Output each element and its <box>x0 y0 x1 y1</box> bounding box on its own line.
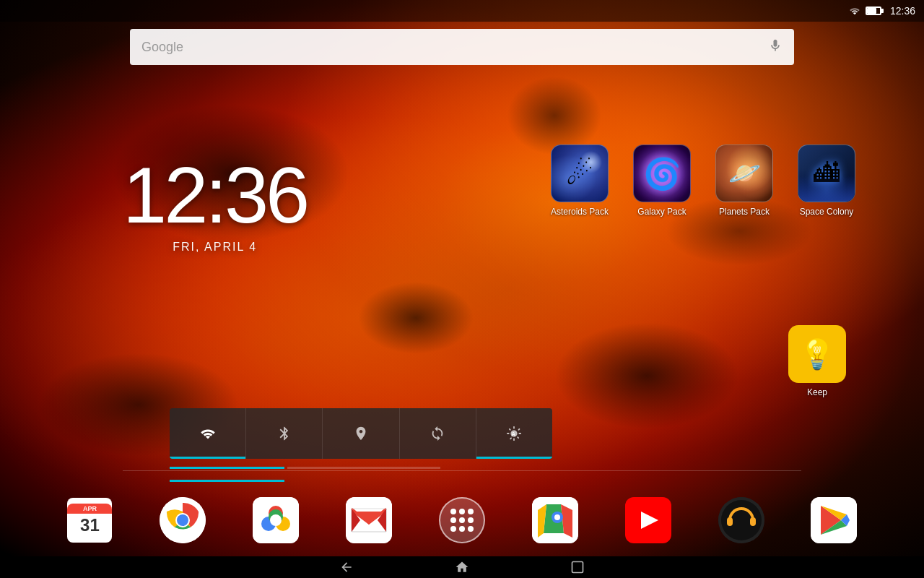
recents-icon <box>570 560 585 574</box>
keep-icon-image: 💡 <box>788 325 846 383</box>
qs-brightness-icon: A <box>506 426 522 441</box>
maps-svg <box>532 497 578 543</box>
keep-bulb-icon: 💡 <box>799 337 835 371</box>
drawer-dots-grid <box>450 509 474 532</box>
search-bar[interactable]: Google <box>130 29 794 65</box>
playstore-svg <box>811 497 857 543</box>
status-bar: 12:36 <box>0 0 924 22</box>
quick-settings-panel: A <box>170 408 552 459</box>
clock-time: 12:36 <box>123 155 307 235</box>
qs-sync-icon <box>430 426 445 441</box>
qs-bluetooth-button[interactable] <box>246 408 323 459</box>
gmail-svg <box>346 497 392 543</box>
galaxy-pack-label: Galaxy Pack <box>637 207 686 217</box>
home-button[interactable] <box>455 560 469 574</box>
youtube-icon <box>625 497 671 543</box>
wifi-status-icon <box>848 6 861 16</box>
space-colony-icon: 🏙 <box>798 144 855 202</box>
poweramp-svg <box>718 497 764 543</box>
playstore-icon <box>811 497 857 543</box>
qs-location-icon <box>353 426 369 441</box>
brightness-slider-right <box>170 480 284 482</box>
qs-brightness-button[interactable]: A <box>476 408 552 459</box>
back-button[interactable] <box>339 560 354 574</box>
app-icon-galaxy-pack[interactable]: 🌀 Galaxy Pack <box>629 144 694 217</box>
poweramp-icon <box>718 497 764 543</box>
calendar-icon: APR 31 <box>67 498 112 543</box>
planets-pack-icon: 🪐 <box>715 144 773 202</box>
calendar-month: APR <box>67 504 112 514</box>
qs-sync-button[interactable] <box>400 408 476 459</box>
svg-point-3 <box>177 514 188 526</box>
svg-rect-23 <box>750 517 756 526</box>
app-icon-planets-pack[interactable]: 🪐 Planets Pack <box>712 144 777 217</box>
status-icons: 12:36 <box>848 5 915 17</box>
mic-icon[interactable] <box>768 38 783 56</box>
app-icon-space-colony[interactable]: 🏙 Space Colony <box>794 144 859 217</box>
youtube-play-icon <box>641 512 658 529</box>
keep-label: Keep <box>807 387 827 397</box>
dock-photos[interactable] <box>247 497 305 543</box>
asteroids-pack-label: Asteroids Pack <box>551 207 609 217</box>
qs-location-button[interactable] <box>323 408 399 459</box>
dock-maps[interactable] <box>526 497 584 543</box>
gmail-icon <box>346 497 392 543</box>
app-icon-asteroids-pack[interactable]: ☄ Asteroids Pack <box>547 144 612 217</box>
battery-icon <box>866 7 881 15</box>
svg-point-19 <box>554 514 560 520</box>
asteroids-pack-icon: ☄ <box>551 144 609 202</box>
keep-app-icon[interactable]: 💡 Keep <box>788 325 846 397</box>
brightness-slider-mid <box>287 467 440 469</box>
space-colony-label: Space Colony <box>800 207 854 217</box>
nav-bar <box>0 556 924 578</box>
clock-display: 12:36 FRI, APRIL 4 <box>123 155 307 254</box>
search-placeholder: Google <box>141 40 768 55</box>
chrome-icon <box>160 497 206 543</box>
svg-point-9 <box>270 514 282 526</box>
maps-icon <box>532 497 578 543</box>
chrome-svg <box>160 497 206 543</box>
app-drawer-icon <box>439 497 485 543</box>
recents-button[interactable] <box>570 560 585 574</box>
dock-chrome[interactable] <box>154 497 212 543</box>
dock-app-drawer[interactable] <box>433 497 491 543</box>
qs-wifi-icon <box>199 426 217 441</box>
qs-wifi-button[interactable] <box>170 408 246 459</box>
clock-date: FRI, APRIL 4 <box>123 241 307 254</box>
dock: APR 31 <box>0 484 924 556</box>
dock-gmail[interactable] <box>340 497 398 543</box>
home-icon <box>455 560 469 574</box>
qs-bluetooth-icon <box>276 426 292 441</box>
galaxy-pack-icon: 🌀 <box>633 144 691 202</box>
dock-youtube[interactable] <box>619 497 677 543</box>
svg-text:A: A <box>512 431 516 438</box>
dock-poweramp[interactable] <box>712 497 770 543</box>
photos-icon <box>253 497 299 543</box>
planets-pack-label: Planets Pack <box>719 207 770 217</box>
photos-svg <box>253 497 299 543</box>
status-time: 12:36 <box>890 5 915 17</box>
dock-calendar[interactable]: APR 31 <box>61 498 118 543</box>
calendar-date: 31 <box>80 514 100 537</box>
app-grid: ☄ Asteroids Pack 🌀 Galaxy Pack 🪐 Planets… <box>547 144 859 217</box>
brightness-slider-track <box>170 459 552 461</box>
svg-rect-25 <box>572 562 583 573</box>
svg-rect-22 <box>727 517 733 526</box>
back-icon <box>339 560 354 574</box>
brightness-slider-left <box>170 467 284 469</box>
dock-playstore[interactable] <box>805 497 863 543</box>
dock-separator <box>123 470 801 471</box>
